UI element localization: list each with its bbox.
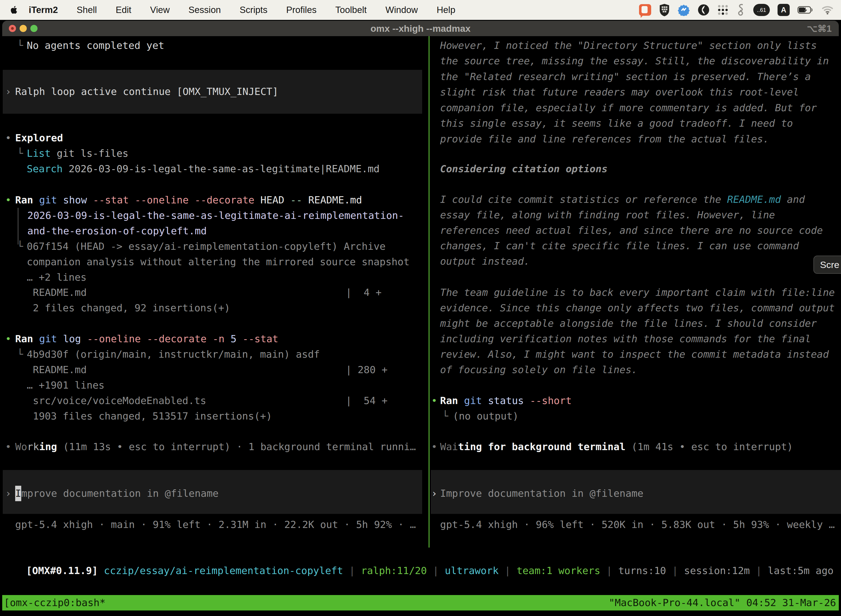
reasoning-paragraph-line: references need actual files, and since … <box>440 223 823 238</box>
reasoning-heading: Considering citation options <box>440 161 608 177</box>
git-show-filestat-row: README.md | 4 + <box>0 285 428 300</box>
tree-corner-icon: └ <box>17 239 23 254</box>
menu-item-help[interactable]: Help <box>427 5 464 15</box>
dark-disc-icon[interactable] <box>697 4 710 16</box>
blue-badge-icon[interactable] <box>678 4 690 16</box>
chat-app-icon[interactable] <box>639 4 651 16</box>
apple-icon[interactable] <box>9 5 18 15</box>
minimize-button[interactable] <box>20 25 27 32</box>
menu-item-edit[interactable]: Edit <box>106 5 141 15</box>
tree-corner-icon: └ <box>17 146 23 161</box>
omx-team: team:1 workers <box>517 565 600 576</box>
reasoning-paragraph-line: this single essay, it seems like a good … <box>440 116 793 131</box>
menu-item-profiles[interactable]: Profiles <box>277 5 326 15</box>
omx-last-activity: last:5m ago <box>768 565 834 576</box>
git-log-command-row: • Rangitlog--oneline --decorate-n5--stat <box>0 331 428 347</box>
squiggle-icon[interactable] <box>736 4 746 16</box>
reasoning-paragraph-line: I could cite commit statistics or refere… <box>440 192 805 207</box>
omx-turns: turns:10 <box>618 565 666 576</box>
menu-item-window[interactable]: Window <box>376 5 427 15</box>
window-title: omx --xhigh --madmax <box>371 23 471 34</box>
git-status-command-row: • Rangitstatus--short <box>431 393 841 408</box>
dots-grid-icon[interactable] <box>717 4 728 15</box>
bullet-icon: • <box>431 393 437 408</box>
close-button[interactable] <box>9 25 16 32</box>
reasoning-paragraph-line: companion file, especially if more comme… <box>440 100 817 116</box>
menu-item-toolbelt[interactable]: Toolbelt <box>326 5 376 15</box>
screen: iTerm2 Shell Edit View Session Scripts P… <box>0 0 841 616</box>
window-shortcut: ⌥⌘1 <box>807 21 832 36</box>
left-terminal-pane[interactable]: └ No agents completed yet › Ralph loop a… <box>0 36 428 547</box>
explored-row: • Explored <box>0 130 428 146</box>
waiting-status-row: • Waiting for background terminal (1m 41… <box>431 439 841 455</box>
reasoning-paragraph-line: review. Also, I might want to inspect th… <box>440 347 829 362</box>
menu-item-view[interactable]: View <box>141 5 179 15</box>
git-log-output-row: … +1901 lines <box>0 378 428 393</box>
window-title-bar[interactable]: omx --xhigh --madmax ⌥⌘1 <box>2 21 839 36</box>
reasoning-paragraph-line: might be acceptable alongside the file l… <box>440 316 817 331</box>
git-log-filestat-row: README.md | 280 + <box>0 362 428 378</box>
menu-item-scripts[interactable]: Scripts <box>230 5 277 15</box>
explored-list-row: └ Listgit ls-files <box>0 146 428 161</box>
git-show-arg-row: and-the-erosion-of-copyleft.md <box>0 223 428 239</box>
omx-session: session:12m <box>684 565 750 576</box>
reasoning-paragraph-line: output instead. <box>440 254 530 269</box>
prompt-chevron-icon: › <box>5 486 11 501</box>
reasoning-paragraph-line: essay file, along with finding root file… <box>440 207 775 223</box>
readme-link[interactable]: README.md <box>727 194 781 205</box>
counter-badge[interactable]: ..61 <box>753 4 770 16</box>
menu-item-session[interactable]: Session <box>179 5 230 15</box>
omx-status-bar: [OMX#0.11.9]cczip/essay/ai-reimplementat… <box>2 547 841 563</box>
screen-share-overlay-button[interactable]: Scre <box>813 255 841 274</box>
traffic-lights <box>9 25 38 32</box>
reasoning-paragraph-line: evidence. Since this change only affects… <box>440 300 835 316</box>
menu-bar: iTerm2 Shell Edit View Session Scripts P… <box>0 0 841 20</box>
text-cursor: I <box>15 486 21 501</box>
bullet-icon: • <box>5 192 11 208</box>
wifi-icon[interactable] <box>821 5 834 15</box>
zoom-button[interactable] <box>30 25 38 32</box>
tmux-time: 04:52 <box>746 597 776 608</box>
tree-corner-icon: └ <box>17 38 23 53</box>
tmux-host-clock: "MacBook-Pro-44.local"04:5231-Mar-26 <box>609 595 836 610</box>
reasoning-paragraph-line: However, I noticed the "Directory Struct… <box>440 38 817 53</box>
tmux-status-bar: [omx-cczip0:bash* "MacBook-Pro-44.local"… <box>2 595 839 610</box>
working-status-row: • Working (11m 13s • esc to interrupt) ·… <box>0 439 428 455</box>
menu-item-app[interactable]: iTerm2 <box>29 5 67 15</box>
reasoning-paragraph-line: the "Related research writing" section i… <box>440 69 811 84</box>
left-model-status-line: gpt-5.4 xhigh · main · 91% left · 2.31M … <box>0 517 428 532</box>
right-terminal-pane[interactable]: However, I noticed the "Directory Struct… <box>431 36 841 547</box>
omx-ralph-counter: ralph:11/20 <box>361 565 427 576</box>
tree-corner-icon: └ <box>442 408 448 424</box>
right-prompt-input[interactable]: › Improve documentation in @filename <box>431 486 841 501</box>
left-prompt-input[interactable]: › Improve documentation in @filename <box>0 486 428 501</box>
menu-item-shell[interactable]: Shell <box>67 5 106 15</box>
battery-icon[interactable] <box>797 6 813 14</box>
git-show-output-row: … +2 lines <box>0 270 428 285</box>
shield-icon[interactable] <box>659 4 670 16</box>
tmux-hostname: "MacBook-Pro-44.local" <box>609 597 740 608</box>
reasoning-paragraph-line: including verification notes with those … <box>440 331 811 347</box>
git-show-command-row: • Rangitshow--stat --oneline --decorateH… <box>0 192 428 208</box>
bullet-icon: • <box>5 331 11 347</box>
git-show-output-row: companion analysis without altering the … <box>0 254 428 270</box>
tmux-session-label[interactable]: [omx-cczip0:bash* <box>4 595 105 610</box>
pane-divider[interactable] <box>428 36 429 547</box>
input-source-icon[interactable]: A <box>778 4 790 16</box>
menu-items: iTerm2 Shell Edit View Session Scripts P… <box>29 5 464 15</box>
bullet-icon: • <box>431 439 437 455</box>
git-show-summary-row: 2 files changed, 92 insertions(+) <box>0 300 428 316</box>
reasoning-paragraph-line: provide file and line references from th… <box>440 131 769 147</box>
ralph-banner-row: › Ralph loop active continue [OMX_TMUX_I… <box>0 84 428 99</box>
omx-branch: cczip/essay/ai-reimplementation-copyleft <box>104 565 343 576</box>
reasoning-paragraph-line: the source tree, missing the essay. Stil… <box>440 53 829 69</box>
git-log-filestat-row: src/voice/voiceModeEnabled.ts | 54 + <box>0 393 428 408</box>
git-log-output-row: └ 4b9d30f (origin/main, instructkr/main,… <box>0 347 428 362</box>
reasoning-paragraph-line: changes, I can't cite specific file line… <box>440 238 799 254</box>
agents-note-row: └ No agents completed yet <box>0 38 428 53</box>
omx-version: [OMX#0.11.9] <box>26 565 98 576</box>
right-model-status-line: gpt-5.4 xhigh · 96% left · 520K in · 5.8… <box>431 517 841 532</box>
no-output-row: └ (no output) <box>431 408 841 424</box>
prompt-chevron-icon: › <box>431 486 437 501</box>
reasoning-paragraph-line: of focusing solely on file lines. <box>440 362 637 378</box>
